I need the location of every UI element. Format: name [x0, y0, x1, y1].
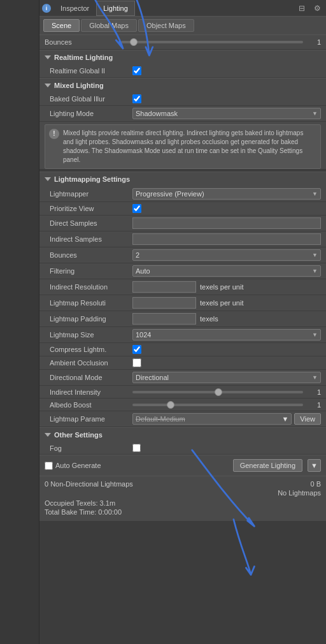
- ambient-occlusion-row: Ambient Occlusion: [39, 356, 326, 370]
- bounces-value: 2: [136, 251, 139, 259]
- lightmap-params-view-btn[interactable]: View: [294, 413, 321, 425]
- baked-gi-checkbox[interactable]: [132, 94, 141, 103]
- lightmap-resolution-label: Lightmap Resoluti: [50, 299, 132, 307]
- other-settings-header[interactable]: Other Settings: [39, 427, 326, 442]
- fog-row: Fog: [39, 442, 326, 455]
- generate-dropdown-arrow: ▼: [311, 462, 318, 469]
- bounces-slider-thumb[interactable]: [130, 38, 138, 46]
- tab-icons: ⊟ ⚙: [295, 2, 323, 15]
- realtime-gi-checkbox[interactable]: [132, 66, 141, 75]
- lightmap-resolution-row: Lightmap Resoluti 40 texels per unit: [39, 295, 326, 311]
- indirect-resolution-row: Indirect Resolution 2 texels per unit: [39, 279, 326, 295]
- albedo-boost-thumb[interactable]: [167, 401, 174, 409]
- directional-mode-label: Directional Mode: [50, 374, 132, 381]
- filtering-value: Auto: [136, 267, 150, 275]
- size-label: 0 B: [310, 480, 321, 488]
- generate-lighting-dropdown[interactable]: ▼: [308, 459, 321, 472]
- mixed-lighting-section: Mixed Lighting Baked Global Illur Lighti…: [39, 78, 326, 169]
- left-sidebar: [0, 0, 39, 644]
- lightmap-padding-unit: texels: [200, 315, 321, 323]
- indirect-resolution-input[interactable]: 2: [132, 281, 196, 293]
- no-lightmaps-label: No Lightmaps: [278, 489, 321, 497]
- sub-tab-scene[interactable]: Scene: [43, 19, 80, 32]
- indirect-samples-label: Indirect Samples: [50, 235, 132, 243]
- directional-mode-arrow: ▼: [312, 374, 318, 381]
- triangle-icon: [45, 55, 51, 59]
- lightmap-padding-row: Lightmap Padding 2 texels: [39, 311, 326, 327]
- other-settings-triangle: [45, 433, 51, 437]
- lightmap-size-dropdown[interactable]: 1024 ▼: [132, 329, 321, 340]
- sub-tab-object-maps[interactable]: Object Maps: [138, 19, 194, 32]
- realtime-lighting-section: Realtime Lighting Realtime Global Il: [39, 50, 326, 78]
- tab-lighting[interactable]: Lighting: [96, 1, 135, 16]
- indirect-resolution-unit: texels per unit: [200, 283, 321, 291]
- filtering-row: Filtering Auto ▼: [39, 263, 326, 279]
- lightmapping-header[interactable]: Lightmapping Settings: [39, 172, 326, 186]
- lightmap-size-row: Lightmap Size 1024 ▼: [39, 327, 326, 343]
- compress-label: Compress Lightm.: [50, 346, 132, 353]
- mixed-lighting-header[interactable]: Mixed Lighting: [39, 78, 326, 92]
- other-settings-section: Other Settings Fog: [39, 427, 326, 455]
- lightmapper-label: Lightmapper: [50, 190, 132, 198]
- indirect-intensity-value: 1: [308, 388, 321, 396]
- fog-checkbox[interactable]: [132, 444, 141, 452]
- lightmapper-dropdown[interactable]: Progressive (Preview) ▼: [132, 188, 321, 200]
- generate-lighting-btn[interactable]: Generate Lighting: [233, 459, 302, 472]
- indirect-intensity-track: [132, 391, 303, 393]
- lightmapper-value: Progressive (Preview): [136, 190, 204, 198]
- baked-gi-label: Baked Global Illur: [50, 95, 132, 103]
- lightmap-size-value: 1024: [136, 331, 151, 339]
- filtering-label: Filtering: [50, 267, 132, 275]
- lightmapping-section: Lightmapping Settings Lightmapper Progre…: [39, 172, 326, 427]
- lightmap-resolution-input[interactable]: 40: [132, 297, 196, 309]
- settings-gear-icon[interactable]: ⚙: [311, 2, 323, 15]
- info-exclaim-icon: !: [49, 129, 59, 139]
- realtime-lighting-header[interactable]: Realtime Lighting: [39, 50, 326, 64]
- lightmap-padding-input[interactable]: 2: [132, 313, 196, 325]
- albedo-boost-label: Albedo Boost: [50, 401, 132, 409]
- direct-samples-input[interactable]: 32: [132, 217, 321, 229]
- lightmap-params-label: Lightmap Parame: [50, 415, 132, 423]
- bounces-top-slider[interactable]: [121, 38, 303, 47]
- lightmap-size-arrow: ▼: [312, 332, 318, 338]
- auto-generate-checkbox[interactable]: [45, 462, 53, 470]
- direct-samples-row: Direct Samples 32: [39, 216, 326, 231]
- bounces-dropdown[interactable]: 2 ▼: [132, 249, 321, 261]
- compress-row: Compress Lightm.: [39, 343, 326, 356]
- status-bar: 0 Non-Directional Lightmaps 0 B No Light…: [39, 476, 326, 521]
- tab-inspector[interactable]: Inspector: [53, 1, 96, 16]
- albedo-boost-track: [132, 404, 303, 406]
- lightmap-params-dropdown[interactable]: Default-Medium ▼: [132, 413, 292, 425]
- indirect-intensity-slider-wrap[interactable]: [132, 391, 303, 393]
- realtime-lighting-title: Realtime Lighting: [54, 54, 113, 61]
- lighting-mode-dropdown[interactable]: Shadowmask ▼: [132, 108, 321, 119]
- mixed-triangle-icon: [45, 84, 51, 87]
- compress-checkbox[interactable]: [132, 345, 141, 354]
- indirect-intensity-thumb[interactable]: [215, 388, 222, 396]
- albedo-boost-slider-wrap[interactable]: [132, 404, 303, 406]
- indirect-samples-input[interactable]: 500: [132, 233, 321, 245]
- prioritize-view-checkbox[interactable]: [132, 204, 141, 213]
- lighting-mode-value: Shadowmask: [136, 110, 178, 117]
- bounces-row: Bounces 2 ▼: [39, 247, 326, 263]
- direct-samples-label: Direct Samples: [50, 219, 132, 227]
- sub-tab-global-maps[interactable]: Global Maps: [81, 19, 137, 32]
- realtime-gi-row: Realtime Global Il: [39, 64, 326, 78]
- mixed-lighting-info-text: Mixed lights provide realtime direct lig…: [63, 129, 303, 163]
- filtering-dropdown[interactable]: Auto ▼: [132, 265, 321, 277]
- layout-icon[interactable]: ⊟: [295, 2, 308, 15]
- ambient-occlusion-checkbox[interactable]: [132, 358, 141, 367]
- lightmap-params-value: Default-Medium: [136, 415, 185, 423]
- generate-bar: Auto Generate Generate Lighting ▼: [39, 455, 326, 476]
- realtime-gi-label: Realtime Global Il: [50, 67, 132, 75]
- lightmap-resolution-unit: texels per unit: [200, 299, 321, 307]
- prioritize-view-label: Prioritize View: [50, 205, 132, 212]
- occupied-texels-label: Occupied Texels: 3.1m: [45, 499, 115, 507]
- lighting-mode-arrow: ▼: [312, 110, 318, 117]
- bounces-top-label: Bounces: [45, 38, 121, 46]
- lighting-mode-label: Lighting Mode: [50, 110, 132, 117]
- sub-tab-bar: Scene Global Maps Object Maps: [39, 17, 326, 35]
- indirect-samples-row: Indirect Samples 500: [39, 231, 326, 247]
- directional-mode-dropdown[interactable]: Directional ▼: [132, 372, 321, 383]
- indirect-intensity-label: Indirect Intensity: [50, 388, 132, 396]
